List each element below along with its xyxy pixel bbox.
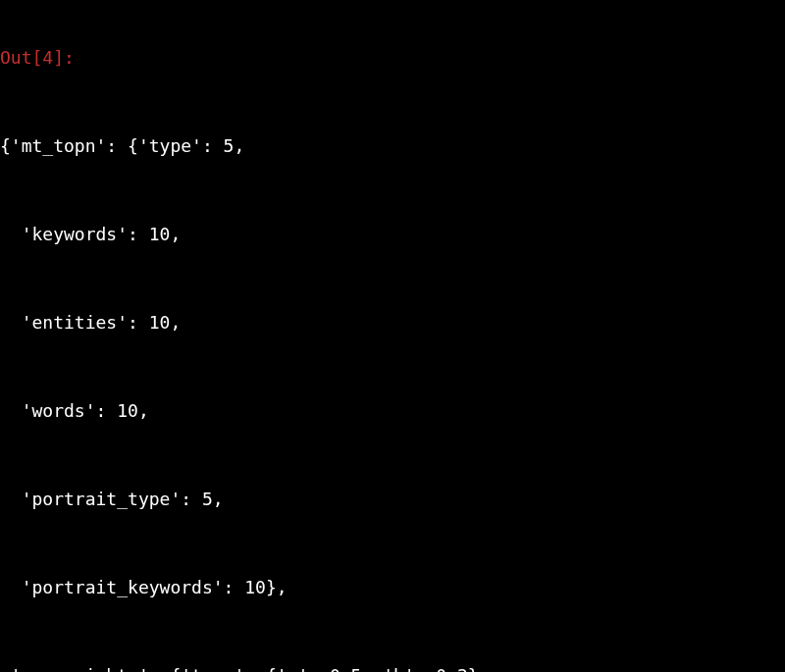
dict-line: 'keywords': 10,	[0, 220, 771, 249]
dict-line: 'portrait_keywords': 10},	[0, 573, 771, 602]
dict-line: {'mt_topn': {'type': 5,	[0, 131, 771, 161]
output-cell: Out[4]: {'mt_topn': {'type': 5, 'keyword…	[0, 0, 785, 672]
dict-line: 'words': 10,	[0, 396, 771, 426]
dict-line: 'entities': 10,	[0, 308, 771, 337]
dict-line: 'portrait_type': 5,	[0, 485, 771, 514]
dict-line: 'pos_weights': {'type': {'w': 0.5, 'b': …	[0, 661, 771, 672]
output-prompt: Out[4]:	[0, 43, 771, 73]
